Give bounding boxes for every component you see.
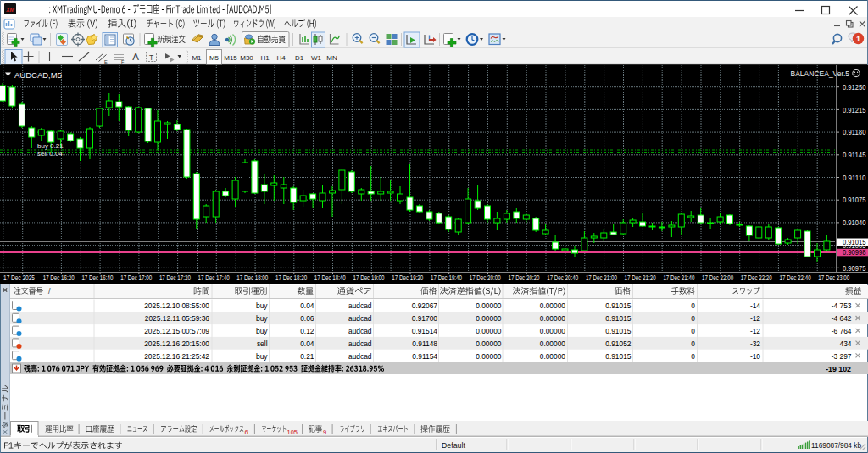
svg-text:-32: -32 <box>750 340 760 348</box>
svg-text:H4: H4 <box>276 54 286 62</box>
svg-text:buy: buy <box>256 352 268 361</box>
svg-text:0.91180: 0.91180 <box>843 128 866 136</box>
svg-text:17 Dec 19:20: 17 Dec 19:20 <box>392 273 423 282</box>
svg-text:1169087/984 kb: 1169087/984 kb <box>811 441 861 450</box>
svg-text:6: 6 <box>245 428 248 436</box>
svg-text:0.91154: 0.91154 <box>412 352 437 361</box>
svg-text:XM: XM <box>5 7 14 13</box>
svg-text:17 Dec 21:00: 17 Dec 21:00 <box>586 273 617 282</box>
svg-text:0.91250: 0.91250 <box>843 83 866 91</box>
svg-text:17 Dec 16:40: 17 Dec 16:40 <box>81 273 113 282</box>
svg-text:9: 9 <box>323 428 326 436</box>
svg-text:0.04: 0.04 <box>300 340 314 348</box>
svg-text:audcad: audcad <box>348 301 372 310</box>
svg-text:2025.12.16 21:25:42: 2025.12.16 21:25:42 <box>144 352 209 361</box>
svg-text:sell 0.04: sell 0.04 <box>37 150 63 157</box>
svg-text:0.12: 0.12 <box>300 327 314 335</box>
svg-text:0: 0 <box>691 327 695 335</box>
svg-text:E: E <box>104 59 108 64</box>
svg-text:buy: buy <box>256 314 268 323</box>
svg-text:0.91015: 0.91015 <box>605 301 632 310</box>
svg-text:0.00000: 0.00000 <box>540 314 566 323</box>
svg-text:0.00000: 0.00000 <box>540 301 566 310</box>
svg-text:-14: -14 <box>750 301 760 310</box>
svg-text:0.00000: 0.00000 <box>476 327 502 335</box>
svg-text:M30: M30 <box>240 54 253 62</box>
svg-text:audcad: audcad <box>348 352 372 361</box>
svg-text:0.91110: 0.91110 <box>843 174 866 182</box>
svg-text:H1: H1 <box>260 54 270 62</box>
svg-text:0.00000: 0.00000 <box>476 301 502 310</box>
svg-text:D1: D1 <box>295 54 304 62</box>
svg-text:0: 0 <box>691 352 695 361</box>
svg-text:0.00000: 0.00000 <box>476 352 502 361</box>
svg-text:0.00000: 0.00000 <box>540 352 566 361</box>
svg-text:0.91514: 0.91514 <box>412 327 438 335</box>
svg-text:0.00000: 0.00000 <box>476 314 502 323</box>
svg-text:0.91700: 0.91700 <box>412 314 438 323</box>
svg-text:2025.12.11 05:59:36: 2025.12.11 05:59:36 <box>145 314 210 323</box>
svg-text:2025.12.16 20:15:00: 2025.12.16 20:15:00 <box>144 340 209 348</box>
svg-text:-12: -12 <box>750 314 760 323</box>
svg-text:Default: Default <box>442 441 465 450</box>
svg-text:-4 642: -4 642 <box>832 314 852 323</box>
svg-text:0.91215: 0.91215 <box>843 106 866 114</box>
svg-text:0.91015: 0.91015 <box>605 314 632 323</box>
svg-text:-3 297: -3 297 <box>832 352 852 361</box>
svg-text:buy: buy <box>256 327 268 335</box>
svg-text:0.91015: 0.91015 <box>843 238 866 246</box>
svg-text:17 Dec 17:00: 17 Dec 17:00 <box>120 273 152 282</box>
svg-text:A: A <box>132 52 139 62</box>
svg-text:M15: M15 <box>224 54 237 62</box>
svg-text:0.90975: 0.90975 <box>843 264 866 273</box>
svg-text:0.91015: 0.91015 <box>605 327 632 335</box>
svg-text:-12: -12 <box>750 327 760 335</box>
svg-text:17 Dec 17:20: 17 Dec 17:20 <box>159 273 191 282</box>
svg-text:-10: -10 <box>750 352 760 361</box>
svg-text:1: 1 <box>856 35 860 43</box>
svg-text:17 Dec 16:20: 17 Dec 16:20 <box>43 273 75 282</box>
svg-text:0: 0 <box>691 314 695 323</box>
svg-text:M1: M1 <box>192 54 202 62</box>
svg-text:audcad: audcad <box>348 327 372 335</box>
svg-text:T: T <box>149 53 153 62</box>
svg-text:17 Dec 22:20: 17 Dec 22:20 <box>741 273 772 282</box>
svg-text:434: 434 <box>840 340 852 348</box>
svg-text:audcad: audcad <box>348 340 372 348</box>
svg-text:2025.12.10 08:55:00: 2025.12.10 08:55:00 <box>144 301 209 310</box>
svg-text:17 Dec 2025: 17 Dec 2025 <box>3 273 35 282</box>
svg-text:0.00000: 0.00000 <box>540 340 566 348</box>
svg-text:0.91075: 0.91075 <box>843 196 866 204</box>
svg-text:0: 0 <box>691 301 695 310</box>
svg-text:17 Dec 19:00: 17 Dec 19:00 <box>353 273 385 282</box>
svg-text:0.04: 0.04 <box>300 301 314 310</box>
svg-text:17 Dec 18:20: 17 Dec 18:20 <box>275 273 307 282</box>
svg-text:-6 764: -6 764 <box>832 327 852 335</box>
svg-text:17 Dec 21:40: 17 Dec 21:40 <box>663 273 694 282</box>
svg-text:17 Dec 23:00: 17 Dec 23:00 <box>818 273 849 282</box>
svg-text:0.91040: 0.91040 <box>843 218 866 227</box>
svg-text:-19 102: -19 102 <box>826 365 851 373</box>
svg-text:M5: M5 <box>209 54 220 62</box>
svg-text:0.00000: 0.00000 <box>540 327 566 335</box>
svg-text:0.00000: 0.00000 <box>476 340 502 348</box>
svg-text:0.91145: 0.91145 <box>843 151 866 159</box>
svg-text:0.91052: 0.91052 <box>605 340 632 348</box>
svg-text:0.91015: 0.91015 <box>605 352 632 361</box>
svg-text:17 Dec 18:00: 17 Dec 18:00 <box>236 273 268 282</box>
svg-text:-4 753: -4 753 <box>832 301 852 310</box>
svg-text:0.91148: 0.91148 <box>412 340 437 348</box>
svg-text:MN: MN <box>326 54 337 62</box>
svg-text:17 Dec 20:20: 17 Dec 20:20 <box>509 273 540 282</box>
svg-text:BALANCEA_Ver.5: BALANCEA_Ver.5 <box>791 69 850 78</box>
svg-text:17 Dec 21:20: 17 Dec 21:20 <box>625 273 656 282</box>
svg-text:AUDCAD,M5: AUDCAD,M5 <box>14 70 62 80</box>
svg-text:audcad: audcad <box>348 314 372 323</box>
svg-text:17 Dec 18:40: 17 Dec 18:40 <box>314 273 346 282</box>
svg-text:17 Dec 22:00: 17 Dec 22:00 <box>702 273 733 282</box>
svg-text:0.90998: 0.90998 <box>843 248 866 257</box>
svg-text:17 Dec 19:40: 17 Dec 19:40 <box>431 273 462 282</box>
svg-text:W1: W1 <box>311 54 322 62</box>
svg-text:17 Dec 17:40: 17 Dec 17:40 <box>198 273 230 282</box>
svg-text:17 Dec 20:00: 17 Dec 20:00 <box>470 273 501 282</box>
